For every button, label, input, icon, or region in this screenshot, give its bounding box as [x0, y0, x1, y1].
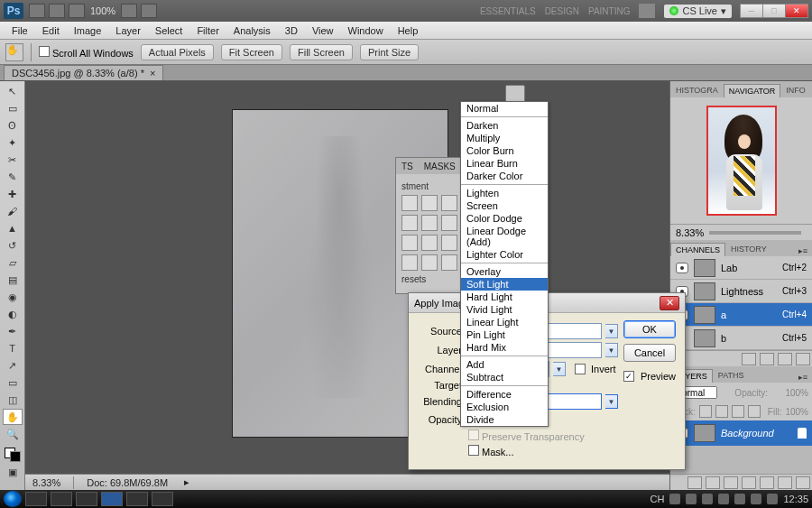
- tab-paths[interactable]: PATHS: [713, 368, 750, 383]
- adj-icon[interactable]: [441, 254, 457, 271]
- quickmask-icon[interactable]: ▣: [3, 464, 23, 480]
- mask-icon[interactable]: [724, 476, 738, 489]
- lock-transparency-icon[interactable]: [699, 405, 712, 418]
- scroll-all-windows-checkbox[interactable]: Scroll All Windows: [39, 46, 134, 59]
- eyedropper-tool-icon[interactable]: ✎: [3, 169, 23, 185]
- masks-tab[interactable]: MASKS: [419, 160, 461, 173]
- clock[interactable]: 12:35: [783, 494, 808, 504]
- channel-row-lab[interactable]: LabCtrl+2: [670, 256, 812, 280]
- workspace-more-icon[interactable]: [639, 4, 655, 18]
- move-tool-icon[interactable]: ↖: [3, 83, 23, 99]
- tray-icon[interactable]: [669, 494, 680, 504]
- status-zoom[interactable]: 8.33%: [32, 477, 60, 488]
- navigator-zoom-value[interactable]: 8.33%: [676, 227, 704, 238]
- collapsed-panel-icon[interactable]: [505, 85, 525, 103]
- tray-icon[interactable]: [718, 494, 729, 504]
- zoom-display[interactable]: 100%: [90, 5, 115, 16]
- blend-option-normal[interactable]: Normal: [461, 102, 548, 115]
- chevron-down-icon[interactable]: ▼: [553, 362, 566, 376]
- link-icon[interactable]: [687, 476, 702, 489]
- adj-icon[interactable]: [441, 195, 457, 211]
- status-menu-icon[interactable]: ▸: [184, 476, 189, 488]
- blend-option-multiply[interactable]: Multiply: [461, 132, 548, 144]
- taskbar-item-photoshop[interactable]: [101, 492, 123, 506]
- channel-row-a[interactable]: aCtrl+4: [670, 303, 812, 327]
- blend-option-linear-burn[interactable]: Linear Burn: [461, 157, 548, 170]
- 3d-tool-icon[interactable]: ◫: [3, 392, 23, 408]
- marquee-tool-icon[interactable]: ▭: [3, 100, 23, 116]
- preview-checkbox[interactable]: Preview: [623, 371, 676, 382]
- start-button[interactable]: [4, 491, 22, 507]
- taskbar-item[interactable]: [51, 492, 72, 506]
- chevron-down-icon[interactable]: ▼: [605, 394, 618, 409]
- adj-icon[interactable]: [421, 254, 438, 271]
- channel-row-b[interactable]: bCtrl+5: [670, 327, 812, 350]
- blend-option-linear-dodge-add-[interactable]: Linear Dodge (Add): [461, 225, 548, 248]
- tray-icon[interactable]: [751, 494, 761, 504]
- menu-filter[interactable]: Filter: [190, 23, 225, 38]
- menu-image[interactable]: Image: [68, 23, 108, 38]
- tab-channels[interactable]: CHANNELS: [670, 243, 725, 256]
- adj-icon[interactable]: [421, 235, 438, 251]
- tray-icon[interactable]: [767, 494, 778, 504]
- crop-tool-icon[interactable]: ✂: [3, 152, 23, 168]
- layer-name[interactable]: Background: [721, 428, 774, 439]
- ok-button[interactable]: OK: [623, 320, 676, 338]
- lasso-tool-icon[interactable]: ʘ: [3, 117, 23, 134]
- menu-window[interactable]: Window: [342, 23, 390, 38]
- gradient-tool-icon[interactable]: ▤: [3, 272, 23, 288]
- menu-file[interactable]: File: [5, 23, 34, 38]
- blend-option-difference[interactable]: Difference: [461, 388, 548, 401]
- navigator-body[interactable]: [670, 97, 812, 224]
- type-tool-icon[interactable]: T: [3, 340, 23, 356]
- visibility-icon[interactable]: [676, 263, 688, 273]
- adjustment-icon[interactable]: [742, 476, 756, 489]
- zoom-tool-icon[interactable]: 🔍: [3, 426, 23, 442]
- lock-all-icon[interactable]: [748, 405, 761, 418]
- eraser-tool-icon[interactable]: ▱: [3, 254, 23, 271]
- group-icon[interactable]: [760, 476, 774, 489]
- menu-help[interactable]: Help: [392, 23, 425, 38]
- blend-option-exclusion[interactable]: Exclusion: [461, 401, 548, 413]
- cancel-button[interactable]: Cancel: [623, 344, 676, 362]
- fx-icon[interactable]: [706, 476, 720, 489]
- tab-histogram[interactable]: HISTOGRA: [670, 83, 724, 97]
- adj-icon[interactable]: [401, 215, 418, 231]
- lock-image-icon[interactable]: [715, 405, 728, 418]
- blend-option-lighten[interactable]: Lighten: [461, 187, 548, 199]
- adj-icon[interactable]: [441, 215, 457, 231]
- language-indicator[interactable]: CH: [651, 494, 665, 504]
- panel-menu-icon[interactable]: ▸≡: [794, 245, 812, 256]
- blend-option-color-burn[interactable]: Color Burn: [461, 144, 548, 157]
- status-doc-size[interactable]: Doc: 69.8M/69.8M: [87, 477, 168, 488]
- workspace-design[interactable]: DESIGN: [545, 6, 579, 16]
- load-selection-icon[interactable]: [742, 353, 756, 365]
- blend-option-color-dodge[interactable]: Color Dodge: [461, 212, 548, 225]
- adj-icon[interactable]: [401, 195, 418, 211]
- taskbar-item[interactable]: [25, 492, 47, 506]
- print-size-button[interactable]: Print Size: [360, 44, 419, 60]
- menu-layer[interactable]: Layer: [109, 23, 147, 38]
- dialog-close-icon[interactable]: ✕: [660, 296, 679, 310]
- fill-value[interactable]: 100%: [785, 407, 808, 417]
- adj-icon[interactable]: [401, 254, 418, 271]
- path-tool-icon[interactable]: ↗: [3, 357, 23, 374]
- taskbar-item[interactable]: [76, 492, 97, 506]
- navigator-zoom-slider[interactable]: [709, 231, 801, 235]
- color-swatches[interactable]: [4, 447, 22, 463]
- fit-screen-button[interactable]: Fit Screen: [221, 44, 282, 60]
- document-tab[interactable]: DSC3456.jpg @ 8.33% (a/8) * ×: [4, 65, 163, 80]
- adj-icon[interactable]: [401, 235, 418, 251]
- new-channel-icon[interactable]: [778, 353, 792, 365]
- tray-icon[interactable]: [686, 494, 697, 504]
- new-layer-icon[interactable]: [778, 476, 792, 489]
- layer-item-background[interactable]: Background: [670, 420, 812, 446]
- delete-layer-icon[interactable]: [796, 476, 810, 489]
- hand-tool-icon[interactable]: ✋: [3, 409, 23, 425]
- menu-edit[interactable]: Edit: [36, 23, 66, 38]
- chevron-down-icon[interactable]: ▼: [605, 343, 618, 357]
- workspace-essentials[interactable]: ESSENTIALS: [480, 6, 536, 16]
- tab-info[interactable]: INFO: [780, 83, 811, 97]
- workspace-painting[interactable]: PAINTING: [588, 6, 630, 16]
- adj-icon[interactable]: [421, 215, 438, 231]
